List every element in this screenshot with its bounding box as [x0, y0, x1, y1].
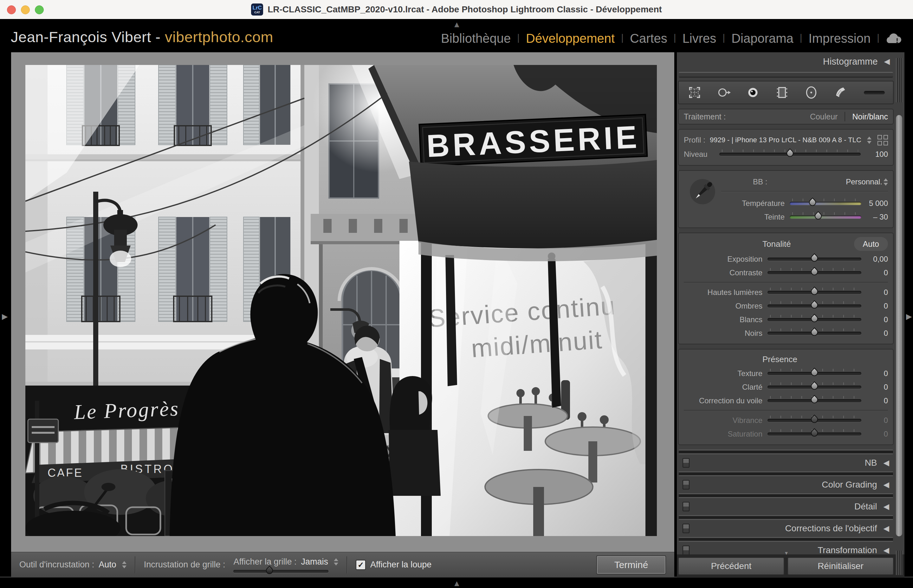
auto-tone-button[interactable]: Auto — [854, 237, 888, 251]
slider-row-texture: Texture 0 — [684, 367, 888, 380]
module-bibliotheque[interactable]: Bibliothèque — [435, 31, 517, 45]
grid-show-control[interactable]: Afficher la grille : Jamais — [233, 557, 338, 573]
ombres-slider[interactable] — [767, 304, 861, 308]
done-button[interactable]: Terminé — [596, 556, 666, 574]
temp-value: 5 000 — [861, 199, 888, 208]
profile-label: Profil : — [684, 136, 705, 144]
collapse-right-panel-arrow[interactable]: ▶ — [906, 312, 912, 321]
slider-row-vibrance: Vibrance 0 — [684, 414, 888, 427]
panel-toggle-arrow[interactable]: ◀ — [884, 480, 889, 489]
grid-size-slider-thumb[interactable] — [265, 565, 275, 575]
module-impression[interactable]: Impression — [802, 31, 877, 45]
grid-overlay-label: Incrustation de grille : — [144, 560, 225, 570]
histogram-title: Histogramme — [823, 57, 877, 67]
panel-scrollbar-thumb[interactable] — [896, 115, 902, 536]
panel-toggle-arrow[interactable]: ◀ — [884, 546, 889, 555]
grid-show-value[interactable]: Jamais — [301, 557, 329, 567]
graduated-filter-icon[interactable] — [774, 85, 790, 100]
module-diaporama[interactable]: Diaporama — [725, 31, 800, 45]
presence-title: Présence — [762, 354, 797, 364]
previous-button[interactable]: Précédent — [678, 557, 784, 575]
develop-right-panel: Histogramme ◀ — [677, 52, 905, 577]
window-controls[interactable] — [7, 5, 44, 14]
panel-toggle-arrow[interactable]: ◀ — [884, 502, 889, 511]
toolbar-divider — [135, 556, 136, 573]
adjustment-brush-icon[interactable] — [833, 85, 848, 100]
profile-box: Profil : 9929 - | iPhone 13 Pro LrCL - N… — [678, 129, 894, 166]
panel-toggle-arrow[interactable]: ◀ — [884, 524, 889, 533]
tint-slider[interactable] — [790, 215, 861, 219]
expand-left-panel-arrow[interactable]: ▶ — [2, 312, 8, 321]
photo-canvas[interactable]: Le Progrès CAFE BISTROT — [25, 65, 657, 536]
panel-header-color-grading[interactable]: Color Grading ◀ — [678, 476, 894, 493]
panel-header-corrections-objectif[interactable]: Corrections de l'objectif ◀ — [678, 520, 894, 537]
grid-size-slider[interactable] — [233, 570, 329, 573]
expand-filmstrip-arrow[interactable]: ▲ — [453, 578, 461, 588]
level-slider-thumb[interactable] — [785, 148, 795, 158]
profile-grid-icon[interactable] — [877, 135, 888, 145]
presence-box: Présence Texture 0 Clarté 0 Correction d… — [678, 349, 894, 445]
temp-slider[interactable] — [790, 202, 861, 205]
show-loupe-control[interactable]: ✓ Afficher la loupe — [356, 560, 431, 570]
reset-button[interactable]: Réinitialiser — [787, 557, 894, 575]
zoom-window-button[interactable] — [35, 5, 44, 14]
minimize-window-button[interactable] — [21, 5, 30, 14]
stepper-icon[interactable] — [334, 558, 338, 565]
panel-enable-toggle[interactable] — [683, 502, 690, 511]
red-eye-icon[interactable] — [745, 85, 761, 100]
panel-toggle-arrow[interactable]: ◀ — [884, 57, 890, 66]
scrollbar-bottom-grip — [896, 551, 902, 575]
cloud-sync-icon[interactable] — [884, 32, 902, 45]
panel-scrollbar[interactable] — [896, 55, 902, 575]
noirs-slider[interactable] — [767, 332, 861, 335]
show-loupe-checkbox[interactable]: ✓ — [356, 560, 366, 570]
profile-stepper-icon[interactable] — [867, 137, 871, 144]
identity-module-bar: Jean-François Vibert - vibertphoto.com B… — [0, 19, 913, 51]
temp-label: Température — [721, 199, 790, 208]
wb-value[interactable]: Personnal. — [846, 178, 882, 186]
overlay-tool-value[interactable]: Auto — [99, 560, 117, 570]
temp-slider-thumb[interactable] — [808, 197, 817, 207]
panel-enable-toggle[interactable] — [683, 524, 690, 533]
wb-stepper-icon[interactable] — [884, 178, 888, 186]
blancs-slider[interactable] — [767, 318, 861, 321]
module-livres[interactable]: Livres — [676, 31, 723, 45]
panel-toggle-arrow[interactable]: ◀ — [884, 459, 889, 467]
slider-row-contraste: Contraste 0 — [684, 266, 888, 279]
panel-header-detail[interactable]: Détail ◀ — [678, 498, 894, 515]
overlay-tool-control[interactable]: Outil d'incrustation : Auto — [19, 560, 126, 570]
panel-header-nb[interactable]: NB ◀ — [678, 454, 894, 472]
treatment-color-option[interactable]: Couleur — [810, 112, 838, 121]
spot-removal-icon[interactable] — [716, 85, 731, 100]
histogram-panel-header[interactable]: Histogramme ◀ — [678, 52, 894, 71]
module-developpement[interactable]: Développement — [520, 31, 621, 45]
panel-end-marker: ▼ — [784, 550, 789, 556]
panel-enable-toggle[interactable] — [683, 458, 690, 468]
panel-enable-toggle[interactable] — [683, 480, 690, 489]
eyedropper-icon[interactable] — [688, 177, 717, 206]
treatment-bw-option[interactable]: Noir/blanc — [852, 112, 888, 121]
brush-size-rod[interactable] — [864, 91, 885, 94]
level-label: Niveau — [684, 150, 714, 159]
stepper-icon[interactable] — [122, 561, 126, 569]
vibrance-slider — [767, 419, 861, 422]
panel-enable-toggle[interactable] — [683, 546, 690, 555]
clarte-slider[interactable] — [767, 386, 861, 389]
correction-voile-slider[interactable] — [767, 399, 861, 402]
crop-overlay-icon[interactable] — [687, 85, 702, 100]
module-cartes[interactable]: Cartes — [623, 31, 673, 45]
profile-value[interactable]: 9929 - | iPhone 13 Pro LrCL - N&B 009 A … — [710, 136, 861, 144]
macos-titlebar: LrC CAT LR-CLASSIC_CatMBP_2020-v10.lrcat… — [0, 0, 913, 19]
level-slider[interactable] — [719, 153, 861, 156]
texture-slider[interactable] — [767, 372, 861, 375]
tint-value: – 30 — [861, 213, 888, 221]
exposition-slider[interactable] — [767, 258, 861, 261]
histogram-collapsed-strip[interactable] — [679, 72, 893, 78]
identity-name: Jean-François Vibert - — [11, 29, 165, 45]
contraste-slider[interactable] — [767, 271, 861, 275]
hautes-lumieres-slider[interactable] — [767, 291, 861, 294]
close-window-button[interactable] — [7, 5, 16, 14]
tint-slider-thumb[interactable] — [813, 211, 823, 221]
treatment-label: Traitement : — [684, 112, 726, 121]
radial-filter-icon[interactable] — [804, 85, 819, 100]
